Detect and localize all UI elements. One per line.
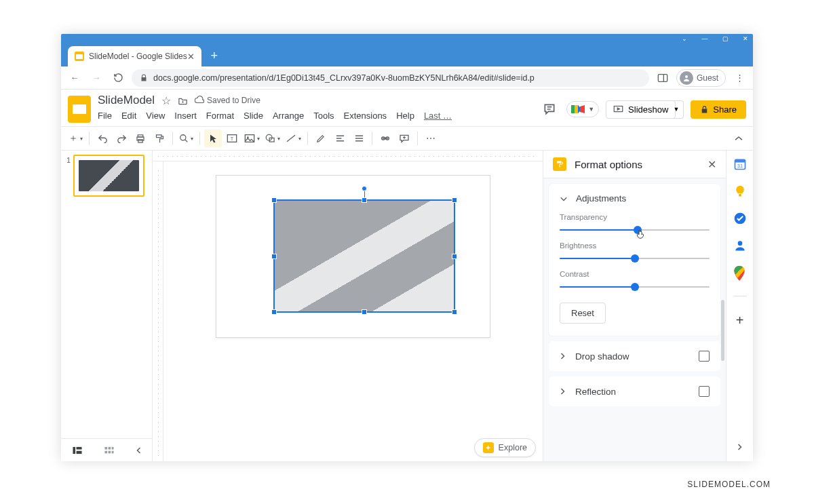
image-button[interactable]: ▾ bbox=[242, 130, 262, 147]
keep-icon[interactable] bbox=[733, 185, 747, 198]
main-area: 1 bbox=[61, 151, 753, 461]
grid-view-button[interactable] bbox=[104, 446, 115, 455]
add-comment-button[interactable] bbox=[395, 130, 413, 147]
svg-point-15 bbox=[180, 135, 186, 140]
reset-button[interactable]: Reset bbox=[560, 303, 606, 324]
reload-button[interactable] bbox=[110, 70, 126, 86]
move-icon[interactable] bbox=[178, 96, 188, 105]
share-button[interactable]: Share bbox=[691, 100, 746, 119]
menu-format[interactable]: Format bbox=[206, 111, 234, 121]
tasks-icon[interactable] bbox=[733, 212, 747, 225]
collapse-toolbar-button[interactable] bbox=[730, 130, 748, 147]
canvas[interactable]: ✦ Explore bbox=[163, 161, 543, 461]
explore-button[interactable]: ✦ Explore bbox=[474, 438, 536, 457]
align-button[interactable] bbox=[331, 130, 349, 147]
reflection-section[interactable]: Reflection bbox=[549, 376, 720, 406]
browser-tab[interactable]: SlideModel - Google Slides ✕ bbox=[68, 46, 201, 66]
paint-format-button[interactable] bbox=[151, 130, 168, 147]
calendar-icon[interactable]: 31 bbox=[733, 157, 747, 171]
doc-title[interactable]: SlideModel bbox=[98, 94, 155, 107]
forward-button[interactable]: → bbox=[88, 70, 104, 86]
svg-marker-10 bbox=[617, 108, 619, 110]
contacts-icon[interactable] bbox=[733, 239, 747, 252]
new-tab-button[interactable]: + bbox=[206, 47, 223, 64]
transparency-slider[interactable] bbox=[560, 225, 710, 235]
menu-extensions[interactable]: Extensions bbox=[344, 111, 387, 121]
resize-handle-b[interactable] bbox=[362, 309, 367, 315]
panel-scrollbar[interactable] bbox=[721, 300, 724, 361]
tab-close-icon[interactable]: ✕ bbox=[187, 52, 195, 62]
menu-tools[interactable]: Tools bbox=[313, 111, 334, 121]
slideshow-button[interactable]: Slideshow bbox=[606, 100, 676, 119]
canvas-column: ✦ Explore bbox=[153, 151, 543, 461]
brightness-slider[interactable] bbox=[560, 254, 710, 263]
profile-pill[interactable]: Guest bbox=[676, 69, 726, 87]
menu-slide[interactable]: Slide bbox=[244, 111, 263, 121]
menu-file[interactable]: File bbox=[98, 111, 112, 121]
zoom-button[interactable]: ▾ bbox=[177, 130, 195, 147]
reflection-checkbox[interactable] bbox=[699, 386, 710, 397]
redo-button[interactable] bbox=[113, 130, 130, 147]
line-spacing-button[interactable] bbox=[350, 130, 368, 147]
app-window: ⌄ — ▢ ✕ SlideModel - Google Slides ✕ + ←… bbox=[61, 34, 753, 461]
undo-button[interactable] bbox=[94, 130, 111, 147]
comments-button[interactable] bbox=[539, 99, 560, 119]
new-slide-button[interactable]: ＋▾ bbox=[66, 130, 85, 147]
window-close-icon[interactable]: ✕ bbox=[742, 35, 749, 42]
meet-button[interactable]: ▼ bbox=[566, 101, 599, 117]
resize-handle-t[interactable] bbox=[362, 197, 367, 203]
slides-logo-icon[interactable] bbox=[68, 96, 91, 123]
filmstrip-view-button[interactable] bbox=[72, 446, 83, 455]
resize-handle-bl[interactable] bbox=[271, 309, 277, 315]
menu-help[interactable]: Help bbox=[396, 111, 414, 121]
resize-handle-br[interactable] bbox=[452, 309, 457, 315]
window-minimize-icon[interactable]: — bbox=[701, 35, 708, 42]
svg-line-16 bbox=[185, 140, 188, 142]
resize-handle-tl[interactable] bbox=[271, 197, 277, 203]
menu-arrange[interactable]: Arrange bbox=[273, 111, 304, 121]
drop-shadow-checkbox[interactable] bbox=[699, 351, 710, 362]
cursor-pointer-icon bbox=[636, 229, 645, 240]
textbox-button[interactable]: T bbox=[223, 130, 241, 147]
slide[interactable] bbox=[216, 175, 490, 338]
slide-thumbnail[interactable]: 1 bbox=[64, 155, 149, 197]
window-chevron-icon[interactable]: ⌄ bbox=[681, 35, 688, 42]
resize-handle-l[interactable] bbox=[271, 254, 277, 259]
window-maximize-icon[interactable]: ▢ bbox=[722, 35, 729, 42]
resize-handle-r[interactable] bbox=[452, 254, 457, 259]
back-button[interactable]: ← bbox=[66, 70, 83, 86]
browser-menu-button[interactable]: ⋮ bbox=[731, 70, 748, 86]
close-panel-button[interactable]: ✕ bbox=[708, 158, 716, 171]
contrast-slider[interactable] bbox=[560, 282, 710, 292]
menu-last-edit[interactable]: Last … bbox=[424, 111, 452, 121]
menu-view[interactable]: View bbox=[146, 111, 165, 121]
print-button[interactable] bbox=[132, 130, 149, 147]
panel-toggle-icon[interactable] bbox=[655, 70, 671, 86]
addons-button[interactable]: + bbox=[736, 313, 744, 328]
more-button[interactable]: ⋯ bbox=[422, 130, 440, 147]
save-status[interactable]: Saved to Drive bbox=[195, 96, 260, 105]
url-field[interactable]: docs.google.com/presentation/d/1Eg0Di13t… bbox=[132, 69, 649, 87]
adjustments-header[interactable]: Adjustments bbox=[560, 193, 710, 203]
chevron-down-icon: ▼ bbox=[588, 106, 594, 113]
lock-icon bbox=[140, 74, 148, 82]
maps-icon[interactable] bbox=[733, 266, 747, 279]
select-tool-button[interactable] bbox=[204, 130, 222, 147]
link-button[interactable] bbox=[376, 130, 394, 147]
show-side-panel-button[interactable] bbox=[731, 438, 749, 456]
selected-image[interactable] bbox=[273, 199, 455, 313]
rotate-handle[interactable] bbox=[362, 186, 367, 191]
svg-rect-43 bbox=[73, 446, 75, 453]
drop-shadow-section[interactable]: Drop shadow bbox=[549, 341, 720, 371]
collapse-filmstrip-button[interactable] bbox=[136, 446, 142, 454]
line-button[interactable]: ▾ bbox=[284, 130, 303, 147]
star-icon[interactable]: ☆ bbox=[161, 94, 171, 107]
menu-insert[interactable]: Insert bbox=[174, 111, 197, 121]
chevron-down-icon bbox=[560, 195, 568, 202]
menu-edit[interactable]: Edit bbox=[121, 111, 136, 121]
shape-button[interactable]: ▾ bbox=[263, 130, 282, 147]
transparency-label: Transparency bbox=[560, 213, 710, 221]
pen-button[interactable] bbox=[312, 130, 330, 147]
resize-handle-tr[interactable] bbox=[452, 197, 457, 203]
slideshow-dropdown[interactable]: ▼ bbox=[669, 100, 684, 119]
